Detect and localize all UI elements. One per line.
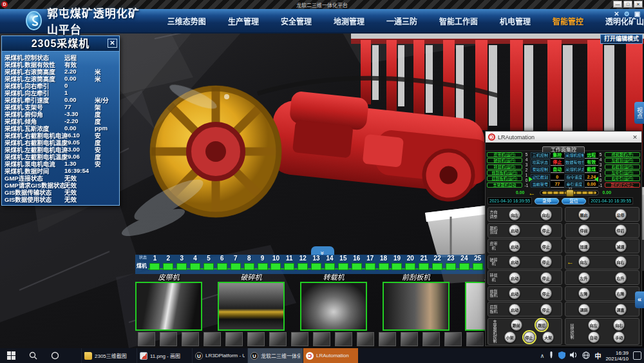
start-button[interactable] xyxy=(0,348,22,363)
equipment-status-button[interactable]: 转载机(运行) xyxy=(487,164,522,170)
equipment-status-button[interactable]: 视频跟机(开) xyxy=(605,152,640,157)
equipment-status-button[interactable]: 左截割(运行) xyxy=(605,158,640,163)
nav-item[interactable]: 生产管理 xyxy=(228,15,259,26)
filmstrip-thumbnail[interactable] xyxy=(466,332,484,346)
control-button[interactable]: 启动 xyxy=(509,272,520,284)
tools-icon[interactable]: ✕ xyxy=(612,10,621,18)
equipment-status-button[interactable]: 跟机模式停止 xyxy=(605,182,640,188)
nav-item[interactable]: 安全管理 xyxy=(281,15,312,26)
filmstrip-thumbnail[interactable] xyxy=(357,332,374,346)
support-slot[interactable]: 11 xyxy=(283,255,296,270)
filmstrip-thumbnail[interactable] xyxy=(204,332,221,346)
control-button[interactable]: 减速 xyxy=(615,240,627,252)
nav-item[interactable]: 机电管理 xyxy=(500,15,531,26)
taskbar-app-button[interactable]: 11.png - 画图 xyxy=(137,348,192,363)
taskbar-app-button[interactable]: 2305三维截图 xyxy=(81,348,137,363)
support-slot[interactable]: 22 xyxy=(431,255,444,270)
control-button[interactable]: 跟前 xyxy=(511,319,522,331)
lrautomation-titlebar[interactable]: Ɔ LRAutomation ✕ xyxy=(486,132,641,142)
equipment-status-button[interactable]: 皮带机(运行) xyxy=(487,152,522,157)
nav-item[interactable]: 智能管控 xyxy=(553,15,583,26)
support-slot[interactable]: 25 xyxy=(471,255,484,270)
control-button[interactable]: 自动 xyxy=(588,331,600,343)
control-button[interactable]: 启动 xyxy=(509,288,520,299)
filmstrip-thumbnail[interactable] xyxy=(160,332,177,346)
control-button-highlighted[interactable]: 跟后 xyxy=(536,319,547,331)
search-icon[interactable] xyxy=(22,348,44,363)
control-button[interactable]: 停止 xyxy=(540,240,552,252)
viewpoint-tab[interactable]: 视点 xyxy=(634,102,644,124)
filmstrip-thumbnail[interactable] xyxy=(225,332,243,346)
equipment-status-button[interactable]: 右牵引(运行) xyxy=(605,176,640,181)
camera-video-thumbnail[interactable] xyxy=(135,282,202,331)
filmstrip-thumbnail[interactable] xyxy=(269,332,287,346)
control-button[interactable]: 右升 xyxy=(615,272,627,284)
equipment-status-button[interactable]: 右截割(运行) xyxy=(605,164,640,170)
control-button[interactable]: 顺启 xyxy=(578,209,590,221)
support-slot[interactable]: 12 xyxy=(296,255,310,270)
filmstrip-thumbnail[interactable] xyxy=(138,332,155,346)
support-slot[interactable]: 3 xyxy=(175,255,189,270)
filmstrip-thumbnail[interactable] xyxy=(291,332,308,346)
defender-shield-icon[interactable] xyxy=(558,351,565,360)
nav-item[interactable]: 智能工作面 xyxy=(439,15,478,26)
lrautomation-close-icon[interactable]: ✕ xyxy=(631,134,639,141)
filmstrip-thumbnail[interactable] xyxy=(247,332,265,346)
support-slot[interactable]: 8 xyxy=(242,255,256,270)
support-slot[interactable]: 18 xyxy=(377,255,390,270)
control-button[interactable]: 启动 xyxy=(509,256,520,268)
control-button[interactable]: 停止 xyxy=(540,272,552,284)
control-button[interactable]: 大架 xyxy=(542,331,554,343)
collapse-left-icon[interactable]: « xyxy=(635,291,644,308)
nav-item[interactable]: 地测管理 xyxy=(334,15,365,26)
support-slot[interactable]: 5 xyxy=(202,255,216,270)
support-slot[interactable]: 23 xyxy=(444,255,458,270)
support-slot[interactable]: 19 xyxy=(390,255,404,270)
camera-video-thumbnail[interactable] xyxy=(218,282,285,331)
support-slot[interactable]: 13 xyxy=(310,255,323,270)
volume-icon[interactable] xyxy=(570,351,578,360)
control-button[interactable]: 启动 xyxy=(509,240,520,252)
support-slot[interactable]: 14 xyxy=(323,255,337,270)
control-button-highlighted[interactable]: 停止 xyxy=(524,331,535,343)
filmstrip-thumbnail[interactable] xyxy=(379,332,396,346)
filmstrip-thumbnail[interactable] xyxy=(401,332,418,346)
camera-video-thumbnail[interactable] xyxy=(383,282,450,331)
equipment-status-button[interactable]: 左牵引(运行) xyxy=(605,170,640,175)
nav-item[interactable]: 三维态势图 xyxy=(167,15,206,26)
control-button[interactable]: 向右 xyxy=(615,256,627,268)
restore-layout-icon[interactable]: ▣ xyxy=(633,10,641,18)
support-slot[interactable]: 16 xyxy=(350,255,363,270)
support-slot[interactable]: 15 xyxy=(336,255,350,270)
control-button[interactable]: 停止 xyxy=(540,288,552,299)
support-slot[interactable]: 4 xyxy=(189,255,202,270)
settings-gear-icon[interactable]: ⚙ xyxy=(623,10,631,18)
control-button[interactable]: 向右 xyxy=(540,209,552,221)
control-button[interactable]: 小架 xyxy=(504,331,516,343)
control-button[interactable]: 左升 xyxy=(578,272,590,284)
support-slot[interactable]: 7 xyxy=(229,255,242,270)
support-slot[interactable]: 6 xyxy=(215,255,229,270)
filmstrip-thumbnail[interactable] xyxy=(313,332,330,346)
close-button[interactable]: ✕ xyxy=(634,1,643,8)
panel-close-icon[interactable]: ✕ xyxy=(108,39,117,48)
filmstrip-thumbnail[interactable] xyxy=(444,332,462,346)
notification-center-icon[interactable] xyxy=(633,351,641,360)
pen-icon[interactable] xyxy=(549,351,554,360)
support-slot[interactable]: 24 xyxy=(457,255,471,270)
collapse-panel-tab[interactable]: » xyxy=(311,246,334,255)
control-button[interactable]: 手动 xyxy=(613,331,625,343)
control-button[interactable]: 加速 xyxy=(578,240,590,252)
tray-expand-icon[interactable]: ∧ xyxy=(540,353,545,359)
control-button[interactable]: 右降 xyxy=(615,288,627,299)
camera-video-thumbnail[interactable] xyxy=(300,282,367,331)
control-button[interactable]: 停止 xyxy=(540,256,552,268)
control-button[interactable]: 总停 xyxy=(615,209,627,221)
filmstrip-thumbnail[interactable] xyxy=(182,332,199,346)
taskbar-app-button[interactable]: LRAutomation xyxy=(303,348,358,363)
ime-indicator[interactable]: 中 xyxy=(594,351,601,360)
position-slider[interactable]: 77 xyxy=(540,190,599,195)
maximize-button[interactable]: □ xyxy=(623,1,632,8)
support-slot[interactable]: 2 xyxy=(162,255,175,270)
equipment-status-button[interactable]: 前刮板机(运行) xyxy=(487,170,522,175)
